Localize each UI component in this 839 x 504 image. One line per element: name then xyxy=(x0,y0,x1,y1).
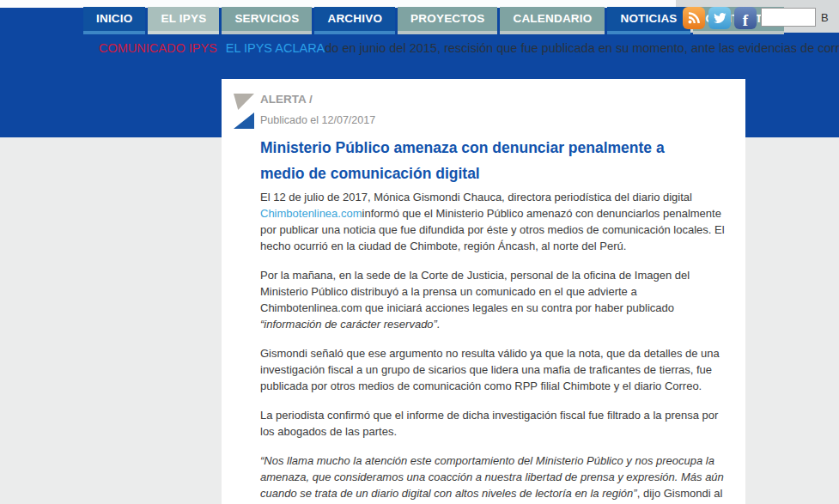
nav-tab-archivo[interactable]: ARCHIVO xyxy=(314,7,395,34)
facebook-icon[interactable]: f xyxy=(734,7,757,29)
news-ticker: COMUNICADO IPYSEL IPYS ACLARAdo en junio… xyxy=(99,41,839,55)
article-card: ALERTA / Publicado el 12/07/2017 Ministe… xyxy=(222,79,745,504)
article-paragraph-5: “Nos llama mucho la atención este compor… xyxy=(260,452,726,504)
ticker-comunicado-link[interactable]: COMUNICADO IPYS xyxy=(99,41,217,55)
nav-tab-calendario[interactable]: CALENDARIO xyxy=(500,7,605,34)
article-paragraph-2: Por la mañana, en la sede de la Corte de… xyxy=(260,267,726,332)
flag-blue-icon xyxy=(234,112,254,129)
nav-tab-servicios[interactable]: SERVICIOS xyxy=(222,7,312,34)
article-title: Ministerio Público amenaza con denunciar… xyxy=(260,135,726,186)
ticker-text: do en junio del 2015, rescisión que fue … xyxy=(325,41,839,55)
main-navigation: INICIO EL IPYS SERVICIOS ARCHIVO PROYECT… xyxy=(83,7,787,34)
search-input[interactable] xyxy=(761,8,816,27)
ticker-highlight: EL IPYS ACLARA xyxy=(226,41,325,55)
nav-tab-el-ipys[interactable]: EL IPYS xyxy=(148,7,219,34)
article-paragraph-1: El 12 de julio de 2017, Mónica Gismondi … xyxy=(260,189,726,254)
article-paragraph-4: La periodista confirmó que el informe de… xyxy=(260,407,726,440)
nav-tab-inicio[interactable]: INICIO xyxy=(83,7,145,34)
rss-icon[interactable] xyxy=(683,7,705,29)
nav-tab-proyectos[interactable]: PROYECTOS xyxy=(398,7,497,34)
social-links: f xyxy=(683,7,757,29)
article-category: ALERTA / xyxy=(260,93,726,106)
chimbotenlinea-link[interactable]: Chimbotenlinea.com xyxy=(260,207,362,220)
nav-tab-noticias[interactable]: NOTICIAS xyxy=(607,7,690,34)
article-published-date: Publicado el 12/07/2017 xyxy=(260,114,726,127)
article-paragraph-3: Gismondi señaló que ese argumento no res… xyxy=(260,345,726,394)
twitter-icon[interactable] xyxy=(708,7,731,29)
flag-gray-icon xyxy=(234,94,254,110)
search-button[interactable]: B xyxy=(821,11,829,24)
